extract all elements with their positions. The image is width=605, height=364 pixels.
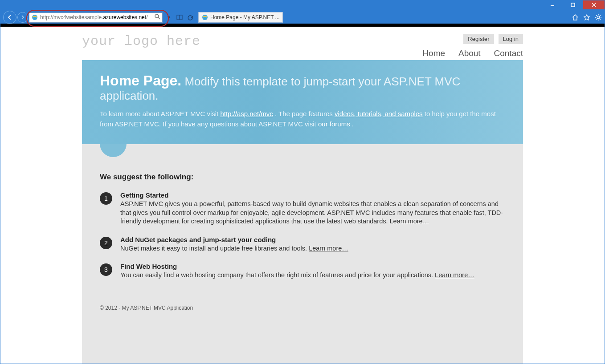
site-footer: © 2012 - My ASP.NET MVC Application	[82, 299, 523, 317]
nav-contact[interactable]: Contact	[494, 49, 523, 58]
hero-paragraph: To learn more about ASP.NET MVC visit ht…	[100, 109, 505, 129]
address-bar[interactable]: http://mvc4websitesample.azurewebsites.n…	[29, 12, 163, 23]
hero-text: To learn more about ASP.NET MVC visit	[100, 110, 220, 117]
maximize-button[interactable]	[563, 0, 583, 9]
account-area: Register Log in Home About Contact	[411, 34, 523, 58]
hero-bump	[100, 144, 127, 157]
hero-link-samples[interactable]: videos, tutorials, and samples	[335, 110, 423, 117]
address-bar-icons	[153, 14, 160, 21]
close-button[interactable]	[583, 0, 605, 9]
svg-rect-1	[571, 3, 575, 7]
hero-text: .	[352, 120, 354, 128]
suggestions: We suggest the following: 1 Getting Star…	[82, 158, 523, 299]
svg-point-5	[155, 14, 159, 18]
window-titlebar	[0, 0, 605, 11]
back-button[interactable]	[3, 11, 16, 24]
dropdown-icon[interactable]: ▾	[164, 13, 173, 22]
hero-title: Home Page. Modify this template to jump-…	[100, 73, 505, 103]
item-text: You can easily find a web hosting compan…	[120, 271, 435, 279]
item-title: Add NuGet packages and jump-start your c…	[120, 236, 348, 243]
svg-line-18	[600, 15, 601, 16]
toolbar-right-icons	[572, 14, 602, 21]
hero-title-strong: Home Page.	[100, 73, 181, 89]
url-suffix: /	[146, 14, 147, 20]
svg-line-15	[596, 15, 597, 16]
compat-view-icon[interactable]	[175, 13, 184, 22]
hero-link-forums[interactable]: our forums	[318, 120, 350, 128]
home-icon[interactable]	[572, 14, 579, 21]
address-bar-wrap: http://mvc4websitesample.azurewebsites.n…	[29, 12, 163, 23]
list-item: 2 Add NuGet packages and jump-start your…	[100, 236, 505, 253]
svg-point-10	[597, 16, 600, 19]
tab-title: Home Page - My ASP.NET ...	[210, 14, 280, 20]
site-header: your logo here Register Log in Home Abou…	[82, 27, 523, 60]
ie-icon	[201, 14, 208, 21]
nav-about[interactable]: About	[458, 49, 481, 58]
browser-toolbar: http://mvc4websitesample.azurewebsites.n…	[0, 11, 605, 24]
search-icon[interactable]	[155, 14, 160, 21]
learn-more-link[interactable]: Learn more…	[435, 271, 474, 279]
step-number: 1	[100, 192, 112, 205]
minimize-button[interactable]	[542, 0, 563, 9]
learn-more-link[interactable]: Learn more…	[309, 245, 348, 252]
item-body: NuGet makes it easy to install and updat…	[120, 244, 348, 253]
url-host: azurewebsites.net	[103, 14, 146, 20]
footer-text: © 2012 - My ASP.NET MVC Application	[100, 305, 193, 311]
browser-window: http://mvc4websitesample.azurewebsites.n…	[0, 0, 605, 364]
list-item: 3 Find Web Hosting You can easily find a…	[100, 263, 505, 280]
page-viewport: your logo here Register Log in Home Abou…	[0, 24, 605, 364]
item-title: Getting Started	[120, 191, 505, 199]
svg-line-17	[596, 19, 597, 20]
body-gray-area: We suggest the following: 1 Getting Star…	[82, 144, 523, 364]
tab-close-icon[interactable]: ×	[280, 14, 283, 20]
hero-link-mvc[interactable]: http://asp.net/mvc	[220, 110, 273, 117]
hero-banner: Home Page. Modify this template to jump-…	[82, 60, 523, 144]
url-prefix: http://mvc4websitesample.	[40, 14, 103, 20]
svg-line-16	[600, 19, 601, 20]
hero-text: . The page features	[275, 110, 335, 117]
step-number: 3	[100, 263, 112, 276]
refresh-icon[interactable]	[186, 13, 195, 22]
main-nav: Home About Contact	[411, 49, 523, 58]
forward-button[interactable]	[17, 12, 28, 23]
ie-icon	[31, 14, 38, 21]
suggestions-heading: We suggest the following:	[100, 173, 505, 182]
learn-more-link[interactable]: Learn more…	[390, 218, 429, 225]
item-text: ASP.NET MVC gives you a powerful, patter…	[120, 200, 503, 225]
list-item: 1 Getting Started ASP.NET MVC gives you …	[100, 191, 505, 226]
svg-line-6	[158, 17, 160, 19]
favorites-icon[interactable]	[583, 14, 590, 21]
login-button[interactable]: Log in	[499, 34, 523, 44]
item-title: Find Web Hosting	[120, 263, 474, 270]
register-button[interactable]: Register	[463, 34, 494, 44]
site-logo: your logo here	[82, 34, 200, 49]
top-black-strip	[0, 24, 605, 27]
nav-home[interactable]: Home	[422, 49, 445, 58]
page-container: your logo here Register Log in Home Abou…	[82, 27, 523, 364]
item-body: ASP.NET MVC gives you a powerful, patter…	[120, 200, 505, 226]
browser-tab[interactable]: Home Page - My ASP.NET ... ×	[198, 12, 283, 23]
item-text: NuGet makes it easy to install and updat…	[120, 245, 309, 252]
step-number: 2	[100, 237, 112, 249]
tools-icon[interactable]	[595, 14, 602, 21]
item-body: You can easily find a web hosting compan…	[120, 271, 474, 280]
